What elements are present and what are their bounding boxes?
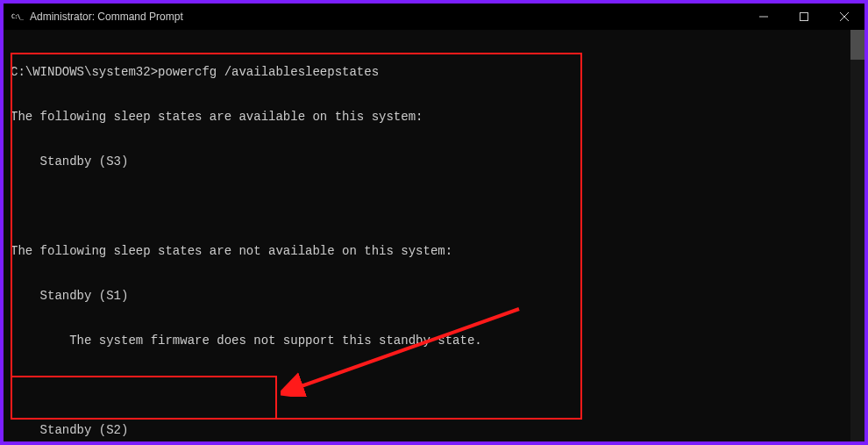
cmd-icon — [11, 11, 25, 23]
maximize-button[interactable] — [784, 4, 824, 30]
blank-line — [11, 199, 864, 214]
close-button[interactable] — [824, 4, 864, 30]
output-line: The following sleep states are not avail… — [11, 244, 864, 259]
scrollbar-track[interactable] — [850, 30, 864, 441]
cmd-window: Administrator: Command Prompt C:\WINDOWS… — [4, 4, 864, 441]
minimize-icon — [759, 12, 768, 21]
prompt-path: C:\WINDOWS\system32> — [11, 65, 158, 79]
screenshot-frame: Administrator: Command Prompt C:\WINDOWS… — [0, 0, 868, 445]
annotation-outer-box — [11, 53, 582, 420]
output-line: Standby (S2) — [11, 423, 864, 438]
svg-rect-1 — [800, 13, 808, 21]
window-title: Administrator: Command Prompt — [30, 11, 183, 23]
titlebar: Administrator: Command Prompt — [4, 4, 864, 30]
scrollbar-thumb[interactable] — [850, 30, 864, 60]
output-line: The following sleep states are available… — [11, 110, 864, 125]
output-line: Standby (S1) — [11, 289, 864, 304]
minimize-button[interactable] — [743, 4, 784, 30]
terminal-body[interactable]: C:\WINDOWS\system32>powercfg /availables… — [4, 30, 864, 441]
blank-line — [11, 378, 864, 393]
output-line: Standby (S3) — [11, 154, 864, 169]
close-icon — [840, 12, 849, 21]
output-line: The system firmware does not support thi… — [11, 334, 864, 348]
prompt-line: C:\WINDOWS\system32>powercfg /availables… — [11, 65, 864, 80]
command-text: powercfg /availablesleepstates — [158, 65, 379, 79]
svg-line-5 — [296, 309, 519, 388]
maximize-icon — [800, 12, 808, 21]
